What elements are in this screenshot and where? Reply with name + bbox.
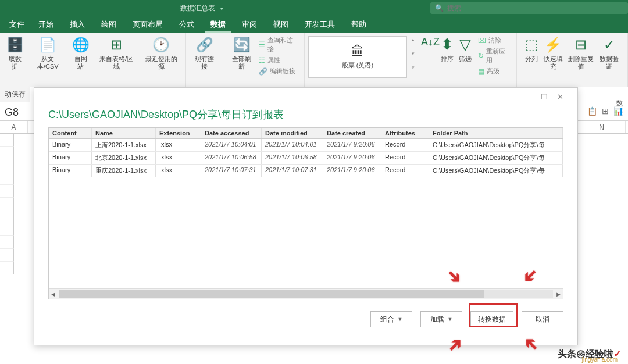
combine-button[interactable]: 组合▼ (370, 311, 412, 327)
scroll-right-icon[interactable]: ► (555, 291, 562, 298)
tab-review[interactable]: 审阅 (234, 16, 265, 33)
cancel-label: 取消 (536, 315, 550, 324)
advanced-button[interactable]: ▤高级 (478, 66, 511, 76)
gallery-arrows[interactable]: ▴▾▿ (411, 33, 416, 74)
filter-label: 筛选 (459, 55, 472, 63)
col-a[interactable]: A (0, 121, 28, 133)
sort-asc-button[interactable]: A↓Z (422, 35, 438, 85)
tab-file[interactable]: 文件 (3, 16, 30, 33)
cell-name: 重庆2020-1-1.xlsx (92, 165, 156, 177)
row-header[interactable] (0, 249, 14, 262)
tab-draw[interactable]: 绘图 (93, 16, 124, 33)
col-n[interactable]: N (578, 121, 626, 133)
load-button[interactable]: 加载▼ (420, 311, 462, 327)
search-box[interactable]: 🔍 (430, 2, 628, 14)
search-input[interactable] (447, 4, 623, 12)
queries-label: 查询和连接 (267, 36, 298, 53)
sort-label: 排序 (441, 55, 454, 63)
flash-label: 快速填充 (541, 55, 566, 70)
h-scrollbar[interactable]: ◄ ► (49, 288, 563, 299)
recent-label: 最近使用的源 (143, 55, 180, 70)
remove-dup-button[interactable]: ⊟删除重复值 (566, 35, 597, 85)
row-header[interactable] (0, 210, 14, 223)
table-pane-icon[interactable]: ⊞ (602, 106, 609, 116)
tab-view[interactable]: 视图 (265, 16, 297, 33)
text-to-columns-button[interactable]: ⬚分列 (523, 35, 541, 85)
properties-button[interactable]: ☷属性 (259, 55, 298, 65)
stocks-datatype[interactable]: 🏛 股票 (英语) (308, 36, 407, 78)
sort-button[interactable]: ⬍排序 (438, 35, 456, 85)
data-val-button[interactable]: ✓数据验证 (597, 35, 622, 85)
tab-formulas[interactable]: 公式 (171, 16, 202, 33)
scroll-track[interactable] (59, 290, 553, 298)
tab-developer[interactable]: 开发工具 (297, 16, 343, 33)
table-row[interactable]: Binary 上海2020-1-1.xlsx .xlsx 2021/1/7 10… (49, 139, 563, 152)
edit-links-button[interactable]: 🔗编辑链接 (259, 66, 298, 76)
chart-pane-icon[interactable]: 📊 (613, 106, 623, 116)
advanced-label: 高级 (487, 67, 499, 76)
filter-button[interactable]: ▽筛选 (456, 35, 474, 85)
tab-data[interactable]: 数据 (202, 16, 234, 33)
tab-layout[interactable]: 页面布局 (124, 16, 171, 33)
down-arrow-icon[interactable]: ▾ (412, 51, 415, 56)
transform-button[interactable]: 转换数据 (470, 311, 513, 327)
queries-pane-icon[interactable]: 📋 (587, 106, 597, 116)
up-arrow-icon[interactable]: ▴ (412, 37, 415, 42)
file-icon: 📄 (38, 35, 57, 54)
cell-modified: 2021/1/7 10:07:31 (262, 165, 323, 177)
scroll-left-icon[interactable]: ◄ (50, 291, 56, 298)
recent-button[interactable]: 🕑最近使用的源 (143, 35, 180, 70)
queries-button[interactable]: ☰查询和连接 (259, 35, 298, 54)
col-modified[interactable]: Date modified (262, 128, 323, 138)
existing-conn-button[interactable]: 🔗现有连接 (192, 35, 217, 70)
clear-icon: ⌧ (478, 37, 486, 45)
col-path[interactable]: Folder Path (429, 128, 563, 138)
tab-home[interactable]: 开始 (30, 16, 62, 33)
from-csv-label: 从文本/CSV (31, 55, 65, 70)
row-header[interactable] (0, 147, 14, 159)
dropdown-arrow-icon[interactable]: ▾ (220, 6, 223, 12)
bank-icon: 🏛 (351, 44, 364, 59)
tab-insert[interactable]: 插入 (62, 16, 93, 33)
workbook-name-text: 数据汇总表 (180, 4, 215, 12)
col-accessed[interactable]: Date accessed (201, 128, 262, 138)
row-header[interactable] (0, 236, 14, 249)
expand-icon[interactable]: ▿ (412, 65, 415, 70)
links-icon: 🔗 (259, 67, 267, 76)
scroll-thumb[interactable] (59, 290, 484, 298)
flash-fill-button[interactable]: ⚡快速填充 (541, 35, 566, 85)
table-row[interactable]: Binary 北京2020-1-1.xlsx .xlsx 2021/1/7 10… (49, 152, 563, 165)
table-row[interactable]: Binary 重庆2020-1-1.xlsx .xlsx 2021/1/7 10… (49, 165, 563, 177)
col-attrs[interactable]: Attributes (381, 128, 429, 138)
close-icon[interactable]: ✕ (557, 92, 563, 101)
from-csv-button[interactable]: 📄从文本/CSV (31, 35, 65, 70)
col-created[interactable]: Date created (323, 128, 381, 138)
row-header[interactable] (0, 172, 14, 185)
links-label: 编辑链接 (270, 67, 295, 76)
row-header[interactable] (0, 134, 14, 147)
row-header[interactable] (0, 262, 14, 274)
cell-created: 2021/1/7 9:20:06 (323, 165, 381, 177)
table-header: Content Name Extension Date accessed Dat… (49, 128, 563, 139)
col-content[interactable]: Content (49, 128, 92, 138)
from-web-button[interactable]: 🌐自网站 (72, 35, 90, 70)
col-name[interactable]: Name (92, 128, 156, 138)
name-box[interactable]: G8 (0, 105, 29, 120)
row-header[interactable] (0, 223, 14, 236)
clear-button[interactable]: ⌧清除 (478, 35, 511, 45)
from-table-button[interactable]: ⊞来自表格/区域 (97, 35, 136, 70)
columns-icon: ⬚ (522, 35, 541, 54)
cancel-button[interactable]: 取消 (522, 311, 563, 327)
reapply-button[interactable]: ↻重新应用 (478, 47, 511, 65)
cell-ext: .xlsx (156, 139, 201, 151)
col-ext[interactable]: Extension (156, 128, 201, 138)
group-sort-filter: A↓Z ⬍排序 ▽筛选 ⌧清除 ↻重新应用 ▤高级 (416, 33, 517, 87)
minimize-icon[interactable]: ☐ (541, 92, 548, 101)
row-header[interactable] (0, 198, 14, 210)
row-header[interactable] (0, 159, 14, 172)
get-data-button[interactable]: 🗄️取数据 (6, 35, 24, 70)
refresh-all-button[interactable]: 🔄全部刷新 (229, 35, 254, 70)
flash-icon: ⚡ (544, 35, 562, 54)
tab-help[interactable]: 帮助 (343, 16, 374, 33)
row-header[interactable] (0, 185, 14, 198)
